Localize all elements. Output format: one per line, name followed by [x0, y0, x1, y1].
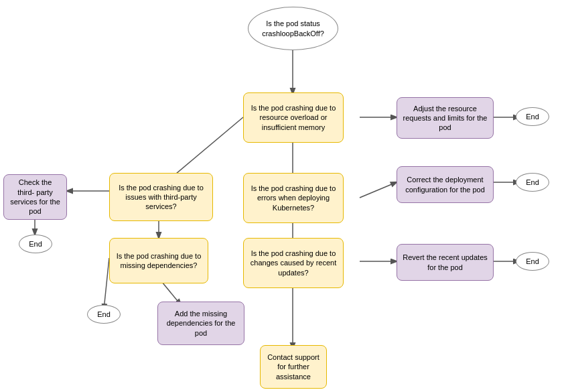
a1-node: Adjust the resource requests and limits …	[397, 97, 494, 139]
end4-node: End	[19, 235, 52, 253]
svg-line-4	[360, 182, 397, 198]
q1-node: Is the pod crashing due to resource over…	[243, 92, 344, 143]
flowchart: Is the pod status crashloopBackOff? Is t…	[0, 0, 570, 392]
end3-node: End	[516, 252, 549, 271]
q2-node: Is the pod crashing due to issues with t…	[109, 173, 213, 221]
start-node: Is the pod status crashloopBackOff?	[248, 7, 338, 50]
a3-node: Revert the recent updates for the pod	[397, 244, 494, 281]
q5-node: Is the pod crashing due to changes cause…	[243, 238, 344, 288]
q4-node: Is the pod crashing due to missing depen…	[109, 238, 208, 283]
svg-line-10	[167, 117, 243, 181]
end1-node: End	[516, 107, 549, 126]
end5-node: End	[87, 305, 121, 324]
a5-node: Add the missing dependencies for the pod	[157, 302, 244, 345]
end2-node: End	[516, 173, 549, 192]
a2-node: Correct the deployment configuration for…	[397, 166, 494, 203]
q3-node: Is the pod crashing due to errors when d…	[243, 173, 344, 223]
a4-node: Check the third- party services for the …	[3, 174, 67, 220]
a6-node: Contact support for further assistance	[260, 345, 327, 389]
svg-line-15	[104, 258, 109, 310]
